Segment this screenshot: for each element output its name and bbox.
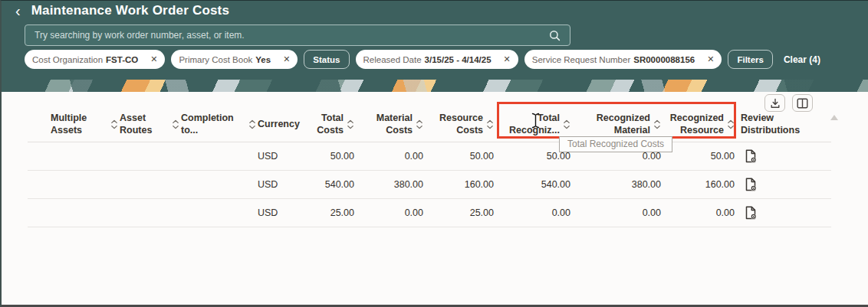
review-distributions-button[interactable] (745, 178, 757, 191)
remove-filter-icon[interactable]: ✕ (498, 54, 511, 64)
document-eye-icon (745, 178, 757, 191)
sort-icon[interactable] (347, 119, 354, 130)
column-header-total-costs[interactable]: Total Costs (307, 113, 360, 136)
sort-icon[interactable] (486, 119, 494, 130)
column-header-review-distributions: Review Distributions (741, 113, 831, 136)
material-costs-cell: 0.00 (360, 151, 429, 162)
column-header-recognized-material[interactable]: Recognized Material (577, 113, 667, 136)
recognized-material-cell: 0.00 (577, 207, 667, 218)
remove-filter-icon[interactable]: ✕ (145, 54, 157, 64)
currency-cell: USD (258, 179, 307, 190)
review-distributions-button[interactable] (745, 149, 757, 163)
filter-chip-cost-organization[interactable]: Cost Organization FST-CO ✕ (25, 50, 165, 69)
chip-value: SR0000088156 (633, 55, 695, 64)
filters-button-label: Filters (737, 55, 764, 64)
recognized-material-cell: 380.00 (577, 179, 667, 190)
manage-columns-icon (797, 98, 808, 109)
column-label: Total Recogniz... (501, 113, 560, 136)
column-label: Currency (258, 119, 294, 131)
material-costs-cell: 0.00 (360, 207, 429, 218)
review-distributions-cell (741, 178, 831, 191)
search-bar[interactable] (25, 24, 570, 46)
filter-chip-status[interactable]: Status (304, 50, 349, 69)
column-label: Recognized Material (578, 113, 650, 136)
column-header-multiple-assets[interactable]: Multiple Assets (28, 113, 120, 136)
sort-icon[interactable] (653, 119, 661, 130)
chip-label: Primary Cost Book (179, 55, 252, 64)
column-label: Resource Costs (431, 113, 483, 136)
search-icon[interactable] (549, 30, 561, 41)
app-header: ‹ Maintenance Work Order Costs Cost Orga… (2, 1, 868, 80)
download-button[interactable] (764, 94, 785, 112)
recognized-resource-cell: 0.00 (667, 207, 741, 218)
filter-chip-primary-cost-book[interactable]: Primary Cost Book Yes ✕ (171, 50, 298, 69)
column-header-currency: Currency (258, 119, 307, 131)
sort-icon[interactable] (416, 119, 423, 130)
work-order-costs-table: Multiple Assets Asset Routes Completion … (28, 110, 831, 227)
column-header-asset-routes[interactable]: Asset Routes (120, 113, 181, 136)
total-costs-cell: 25.00 (307, 207, 360, 218)
review-distributions-cell (741, 206, 831, 220)
back-button[interactable]: ‹ (15, 2, 21, 19)
chip-value: Yes (255, 55, 271, 64)
review-distributions-button[interactable] (745, 206, 757, 220)
total-recognized-cell: 540.00 (500, 179, 577, 190)
maintenance-work-order-costs-page: ‹ Maintenance Work Order Costs Cost Orga… (0, 0, 868, 307)
sort-icon[interactable] (172, 119, 179, 130)
document-eye-icon (745, 149, 757, 163)
table-row[interactable]: USD 540.00 380.00 160.00 540.00 380.00 1… (28, 171, 831, 199)
text-cursor (531, 113, 540, 132)
total-recognized-cell: 0.00 (500, 207, 577, 218)
recognized-resource-cell: 50.00 (667, 151, 741, 162)
currency-cell: USD (258, 207, 307, 218)
material-costs-cell: 380.00 (360, 179, 429, 190)
sort-icon[interactable] (563, 119, 570, 130)
sort-icon[interactable] (110, 119, 118, 130)
recognized-material-cell: 0.00 (577, 151, 667, 162)
results-panel: Multiple Assets Asset Routes Completion … (2, 92, 868, 305)
sort-icon[interactable] (248, 119, 256, 130)
sort-icon[interactable] (727, 119, 735, 130)
column-header-completion-to[interactable]: Completion to... (181, 113, 258, 136)
total-costs-cell: 540.00 (307, 179, 360, 190)
resource-costs-cell: 50.00 (429, 151, 500, 162)
column-label: Total Costs (308, 113, 344, 136)
column-tooltip: Total Recognized Costs (559, 136, 672, 152)
filters-button[interactable]: Filters (728, 50, 773, 69)
chip-value: FST-CO (106, 55, 138, 64)
chip-label: Cost Organization (32, 55, 103, 64)
recognized-resource-cell: 160.00 (667, 179, 741, 190)
column-label: Multiple Assets (51, 113, 107, 136)
scroll-up-arrow[interactable] (830, 115, 838, 120)
chip-label: Service Request Number (532, 55, 630, 64)
chip-label: Status (313, 55, 340, 64)
column-label: Review Distributions (741, 113, 819, 136)
search-input[interactable] (25, 30, 549, 41)
remove-filter-icon[interactable]: ✕ (702, 54, 714, 64)
resource-costs-cell: 160.00 (429, 179, 500, 190)
review-distributions-cell (741, 149, 831, 163)
column-label: Completion to... (181, 113, 245, 136)
total-costs-cell: 50.00 (307, 151, 360, 162)
filter-chip-service-request-number[interactable]: Service Request Number SR0000088156 ✕ (524, 50, 722, 69)
currency-cell: USD (258, 151, 307, 162)
column-header-resource-costs[interactable]: Resource Costs (429, 113, 500, 136)
manage-columns-button[interactable] (792, 94, 813, 112)
resource-costs-cell: 25.00 (429, 207, 500, 218)
decorative-banner (2, 80, 868, 92)
clear-filters-button[interactable]: Clear (4) (784, 54, 820, 65)
page-title: Maintenance Work Order Costs (31, 3, 229, 18)
download-icon (770, 98, 781, 109)
table-header-row: Multiple Assets Asset Routes Completion … (28, 110, 831, 142)
filter-chip-released-date[interactable]: Released Date 3/15/25 - 4/14/25 ✕ (356, 50, 518, 69)
column-label: Recognized Resource (669, 113, 724, 136)
filter-chips-row: Cost Organization FST-CO ✕ Primary Cost … (25, 50, 820, 69)
column-header-material-costs[interactable]: Material Costs (360, 113, 429, 136)
chip-value: 3/15/25 - 4/14/25 (425, 55, 492, 64)
table-row[interactable]: USD 50.00 0.00 50.00 50.00 0.00 50.00 (28, 142, 831, 171)
chip-label: Released Date (363, 55, 422, 64)
column-header-recognized-resource[interactable]: Recognized Resource (667, 113, 741, 136)
document-eye-icon (745, 206, 757, 220)
remove-filter-icon[interactable]: ✕ (278, 54, 290, 64)
table-row[interactable]: USD 25.00 0.00 25.00 0.00 0.00 0.00 (28, 199, 831, 227)
